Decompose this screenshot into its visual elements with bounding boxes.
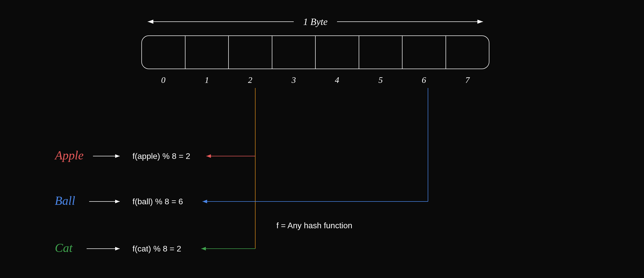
diagram-canvas: 1 Byte 0 1 2 3 4 5 6 7 Apple f(apple) % … bbox=[0, 0, 644, 278]
item-apple-row: Apple f(apple) % 8 = 2 bbox=[54, 148, 255, 162]
byte-index: 4 bbox=[335, 75, 339, 85]
byte-index: 3 bbox=[291, 75, 296, 85]
item-cat-expr: f(cat) % 8 = 2 bbox=[132, 244, 181, 253]
byte-index: 6 bbox=[422, 75, 426, 85]
svg-marker-3 bbox=[477, 20, 483, 24]
item-ball-label: Ball bbox=[55, 194, 75, 207]
byte-array bbox=[142, 36, 489, 69]
byte-indices: 0 1 2 3 4 5 6 7 bbox=[161, 75, 470, 85]
byte-index: 5 bbox=[379, 75, 383, 85]
arrow-right-icon bbox=[115, 247, 120, 250]
hash-function-note: f = Any hash function bbox=[276, 221, 352, 230]
item-apple-expr: f(apple) % 8 = 2 bbox=[132, 151, 190, 161]
arrow-left-icon bbox=[201, 247, 206, 250]
byte-width-label: 1 Byte bbox=[303, 16, 328, 27]
byte-width-arrow: 1 Byte bbox=[148, 16, 483, 27]
item-ball-expr: f(ball) % 8 = 6 bbox=[132, 197, 183, 206]
svg-marker-2 bbox=[148, 20, 153, 24]
item-cat-row: Cat f(cat) % 8 = 2 bbox=[55, 241, 255, 255]
arrow-right-icon bbox=[115, 200, 120, 203]
byte-index: 0 bbox=[161, 75, 166, 85]
byte-index: 1 bbox=[205, 75, 209, 85]
byte-index: 7 bbox=[465, 75, 470, 85]
item-ball-row: Ball f(ball) % 8 = 6 bbox=[55, 194, 428, 207]
item-cat-label: Cat bbox=[55, 241, 73, 255]
arrow-left-icon bbox=[206, 154, 211, 158]
item-apple-label: Apple bbox=[54, 148, 84, 162]
byte-index: 2 bbox=[248, 75, 252, 85]
arrow-left-icon bbox=[203, 200, 207, 203]
arrow-right-icon bbox=[115, 154, 120, 158]
